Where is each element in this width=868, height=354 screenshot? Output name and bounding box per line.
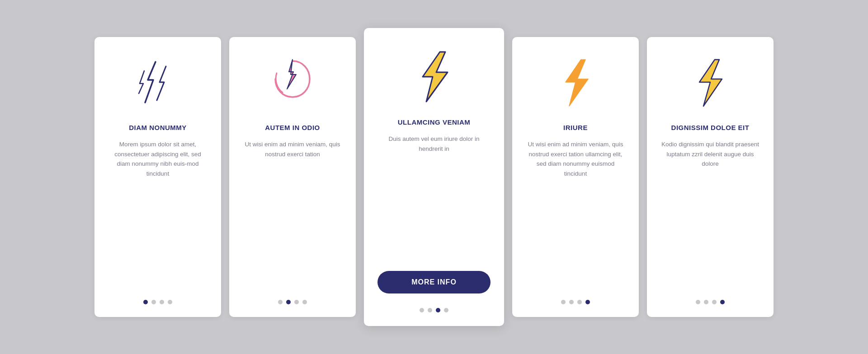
lightning-scattered-icon	[131, 55, 185, 109]
dot	[712, 300, 717, 304]
lightning-simple-icon	[548, 55, 603, 109]
card-3: ULLAMCING VENIAM Duis autem vel eum iriu…	[364, 28, 504, 326]
dot	[585, 300, 590, 304]
dot	[428, 308, 432, 312]
card-4: IRIURE Ut wisi enim ad minim veniam, qui…	[512, 37, 639, 317]
card-2-dots	[278, 300, 307, 304]
svg-marker-0	[287, 60, 296, 89]
card-1-text: Morem ipsum dolor sit amet, consectetuer…	[107, 140, 208, 189]
card-5-text: Kodio dignissim qui blandit praesent lup…	[660, 140, 761, 180]
dot	[704, 300, 708, 304]
dot	[286, 300, 291, 304]
dot	[160, 300, 164, 304]
dot	[444, 308, 448, 312]
card-2: AUTEM IN ODIO Ut wisi enim ad minim veni…	[229, 37, 356, 317]
dot	[302, 300, 307, 304]
more-info-button[interactable]: MORE INFO	[377, 271, 491, 293]
card-5: DIGNISSIM DOLOE EIT Kodio dignissim qui …	[647, 37, 774, 317]
lightning-bold-icon	[407, 50, 461, 104]
card-4-dots	[561, 300, 590, 304]
svg-marker-2	[566, 60, 588, 106]
card-5-title: DIGNISSIM DOLOE EIT	[671, 124, 750, 131]
svg-marker-3	[699, 60, 722, 106]
card-2-text: Ut wisi enim ad minim veniam, quis nostr…	[242, 140, 343, 170]
card-4-title: IRIURE	[563, 124, 588, 131]
lightning-double-icon	[265, 55, 320, 109]
dot	[436, 308, 440, 312]
dot	[151, 300, 156, 304]
cards-container: DIAM NONUMMY Morem ipsum dolor sit amet,…	[67, 10, 801, 344]
lightning-flat-icon	[683, 55, 737, 109]
dot	[696, 300, 700, 304]
card-5-dots	[696, 300, 725, 304]
dot	[420, 308, 424, 312]
card-3-text: Duis autem vel eum iriure dolor in hendr…	[377, 134, 491, 164]
card-1-title: DIAM NONUMMY	[129, 124, 187, 131]
card-3-dots	[420, 308, 448, 312]
dot	[720, 300, 725, 304]
dot	[168, 300, 172, 304]
dot	[577, 300, 582, 304]
card-3-title: ULLAMCING VENIAM	[398, 118, 471, 126]
dot	[569, 300, 574, 304]
dot	[561, 300, 566, 304]
card-2-title: AUTEM IN ODIO	[265, 124, 320, 131]
dot	[294, 300, 299, 304]
card-1: DIAM NONUMMY Morem ipsum dolor sit amet,…	[94, 37, 221, 317]
svg-marker-1	[423, 52, 448, 102]
dot	[143, 300, 148, 304]
card-1-dots	[143, 300, 172, 304]
dot	[278, 300, 283, 304]
card-4-text: Ut wisi enim ad minim veniam, quis nostr…	[525, 140, 626, 189]
